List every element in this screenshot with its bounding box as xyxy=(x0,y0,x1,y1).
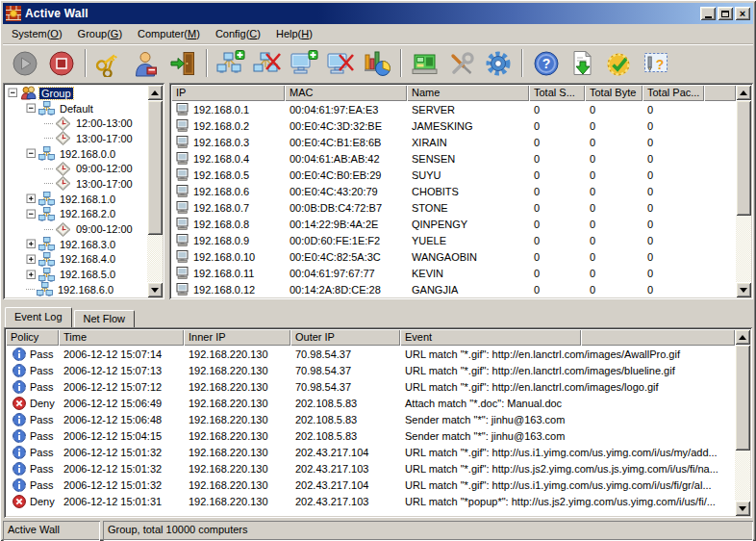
plugin-button[interactable] xyxy=(407,46,443,80)
tree-item[interactable]: Group xyxy=(5,86,147,101)
computer-row[interactable]: 192.168.0.1000:E0:4C:82:5A:3CWANGAOBIN00… xyxy=(171,248,736,265)
password-button[interactable] xyxy=(91,46,128,80)
event-row[interactable]: Pass2006-12-12 15:06:48192.168.220.13020… xyxy=(6,411,735,427)
column-header-outer-ip[interactable]: Outer IP xyxy=(290,329,400,346)
tree-collapse-icon[interactable] xyxy=(26,103,37,114)
tree-item[interactable]: 13:00-17:00 xyxy=(5,176,147,192)
computer-row[interactable]: 192.168.0.500:E0:4C:B0:EB:29SUYU000 xyxy=(171,167,736,183)
event-row[interactable]: Pass2006-12-12 15:01:32192.168.220.13020… xyxy=(6,444,735,460)
scrollbar-track[interactable] xyxy=(735,451,750,501)
maximize-button[interactable] xyxy=(718,7,733,20)
event-row[interactable]: Pass2006-12-12 15:07:12192.168.220.13070… xyxy=(6,378,735,395)
scroll-up-button[interactable] xyxy=(735,329,750,345)
column-header-total-byte[interactable]: Total Byte xyxy=(585,85,643,101)
tree-item[interactable]: 12:00-13:00 xyxy=(5,116,147,131)
scrollbar-thumb[interactable] xyxy=(147,100,163,235)
scrollbar-thumb[interactable] xyxy=(736,100,751,216)
scroll-up-button[interactable] xyxy=(147,85,163,100)
column-header-policy[interactable]: Policy xyxy=(6,329,59,346)
tree-item[interactable]: 192.168.1.0 xyxy=(5,192,147,207)
minimize-button[interactable] xyxy=(700,7,716,20)
column-header-event[interactable]: Event xyxy=(400,329,581,346)
computer-row[interactable]: 192.168.0.800:14:22:9B:4A:2EQINPENGY000 xyxy=(171,216,736,232)
tree-item[interactable]: 192.168.6.0 xyxy=(5,282,147,297)
update-button[interactable] xyxy=(565,46,601,80)
menu-system[interactable]: System(O) xyxy=(4,26,70,42)
computer-row[interactable]: 192.168.0.900:0D:60:FE:1E:F2YUELE000 xyxy=(171,232,736,248)
tree-item[interactable]: 13:00-17:00 xyxy=(5,131,147,146)
computer-row[interactable]: 192.168.0.400:04:61:AB:AB:42SENSEN000 xyxy=(171,150,736,167)
column-header-ip[interactable]: IP xyxy=(171,85,285,101)
tree-scrollbar[interactable] xyxy=(147,85,163,297)
column-header-mac[interactable]: MAC xyxy=(285,85,407,101)
statistic-button[interactable] xyxy=(359,46,395,80)
tree-expand-icon[interactable] xyxy=(26,193,37,204)
computer-row[interactable]: 192.168.0.700:0B:DB:C4:72:B7STONE000 xyxy=(171,199,736,216)
computer-row[interactable]: 192.168.0.200:E0:4C:3D:32:BEJAMESKING000 xyxy=(171,117,736,134)
tab-event-log[interactable]: Event Log xyxy=(5,307,72,327)
start-button[interactable] xyxy=(7,46,43,80)
config-button[interactable] xyxy=(480,46,517,80)
tree-expand-icon[interactable] xyxy=(26,239,37,249)
tree-collapse-icon[interactable] xyxy=(26,209,37,219)
event-row[interactable]: Pass2006-12-12 15:01:32192.168.220.13020… xyxy=(6,460,735,477)
computer-row[interactable]: 192.168.0.300:E0:4C:B1:E8:6BXIRAIN000 xyxy=(171,134,736,150)
scroll-down-button[interactable] xyxy=(147,282,163,297)
tree-collapse-icon[interactable] xyxy=(26,148,37,159)
tree-item[interactable]: 09:00-12:00 xyxy=(5,161,147,176)
menu-computer[interactable]: Computer(M) xyxy=(130,26,208,42)
del-group-button[interactable] xyxy=(249,46,286,80)
tree-item[interactable]: 09:00-12:00 xyxy=(5,221,147,237)
close-button[interactable]: × xyxy=(735,7,750,20)
menu-config[interactable]: Config(C) xyxy=(208,26,268,42)
auth-button[interactable] xyxy=(128,46,164,80)
column-header-inner-ip[interactable]: Inner IP xyxy=(184,329,290,346)
scrollbar-track[interactable] xyxy=(736,216,751,282)
tools-button[interactable] xyxy=(443,46,480,80)
event-row[interactable]: Pass2006-12-12 15:01:32192.168.220.13020… xyxy=(6,477,735,493)
tree-item[interactable]: Default xyxy=(5,101,147,116)
computer-row[interactable]: 192.168.0.1100:04:61:97:67:77KEVIN000 xyxy=(171,265,736,281)
help-button[interactable]: ? xyxy=(528,46,565,80)
tree-expand-icon[interactable] xyxy=(26,254,37,265)
column-header-total-pac[interactable]: Total Pac... xyxy=(643,85,704,101)
menu-help[interactable]: Help(H) xyxy=(268,26,320,42)
tree-item[interactable]: 192.168.3.0 xyxy=(5,237,147,252)
stop-button[interactable] xyxy=(43,46,80,80)
menu-group[interactable]: Group(G) xyxy=(70,26,130,42)
column-header-total-s[interactable]: Total S... xyxy=(529,85,585,101)
total-packet-cell: 0 xyxy=(643,137,704,148)
tree-expand-icon[interactable] xyxy=(26,270,37,280)
tree-item[interactable]: 192.168.2.0 xyxy=(5,207,147,222)
horizontal-splitter[interactable] xyxy=(3,299,753,306)
register-button[interactable] xyxy=(601,46,638,80)
event-row[interactable]: Pass2006-12-12 15:04:15192.168.220.13020… xyxy=(6,427,735,444)
tab-net-flow[interactable]: Net Flow xyxy=(74,310,135,327)
add-computer-button[interactable] xyxy=(286,46,322,80)
scrollbar-thumb[interactable] xyxy=(735,345,750,451)
tree-item[interactable]: 192.168.5.0 xyxy=(5,267,147,282)
event-row[interactable]: Pass2006-12-12 15:07:14192.168.220.13070… xyxy=(6,346,735,362)
event-row[interactable]: Deny2006-12-12 15:01:31192.168.220.13020… xyxy=(6,493,735,509)
column-header-name[interactable]: Name xyxy=(407,85,529,101)
event-row[interactable]: Pass2006-12-12 15:07:13192.168.220.13070… xyxy=(6,362,735,378)
event-row[interactable]: Deny2006-12-12 15:06:49192.168.220.13020… xyxy=(6,395,735,411)
computer-row[interactable]: 192.168.0.600:E0:4C:43:20:79CHOBITS000 xyxy=(171,183,736,199)
tree-collapse-icon[interactable] xyxy=(8,88,18,98)
computer-row[interactable]: 192.168.0.100:04:61:97:EA:E3SERVER000 xyxy=(171,101,736,117)
add-group-button[interactable] xyxy=(213,46,249,80)
scrollbar-track[interactable] xyxy=(147,235,163,282)
scroll-down-button[interactable] xyxy=(735,501,750,516)
column-header-time[interactable]: Time xyxy=(59,329,184,346)
computer-list-scrollbar[interactable] xyxy=(736,85,751,297)
del-computer-button[interactable] xyxy=(322,46,359,80)
tree-item[interactable]: 192.168.0.0 xyxy=(5,146,147,162)
tree-item[interactable]: 192.168.4.0 xyxy=(5,252,147,268)
scroll-down-button[interactable] xyxy=(736,282,751,297)
computer-row[interactable]: 192.168.0.1200:14:2A:8D:CE:28GANGJIA000 xyxy=(171,281,736,297)
inner-ip-cell: 192.168.220.130 xyxy=(184,398,290,409)
about-button[interactable]: ? xyxy=(638,46,674,80)
scroll-up-button[interactable] xyxy=(736,85,751,100)
logout-button[interactable] xyxy=(164,46,201,80)
event-log-scrollbar[interactable] xyxy=(735,329,750,516)
